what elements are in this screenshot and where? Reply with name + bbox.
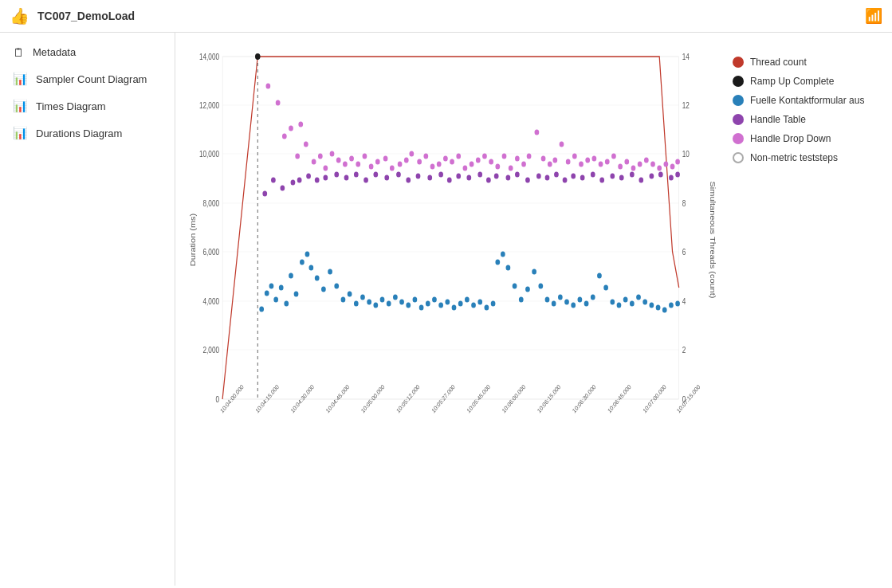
svg-point-164 <box>334 284 339 289</box>
svg-point-73 <box>470 162 474 167</box>
svg-text:10: 10 <box>682 150 690 159</box>
svg-point-65 <box>417 159 422 165</box>
svg-point-165 <box>341 297 346 303</box>
svg-point-50 <box>318 154 323 159</box>
chart-icon: 📶 <box>865 7 882 25</box>
app-title: TC007_DemoLoad <box>37 10 865 22</box>
svg-point-49 <box>312 159 316 165</box>
main-content: Duration (ms) Simultaneous Threads (coun… <box>175 33 892 586</box>
svg-text:2,000: 2,000 <box>203 346 219 355</box>
svg-point-168 <box>360 295 365 300</box>
svg-point-215 <box>662 308 667 313</box>
svg-point-156 <box>289 273 293 279</box>
svg-point-105 <box>675 159 680 165</box>
svg-point-179 <box>432 297 437 303</box>
svg-point-75 <box>482 154 487 159</box>
svg-point-108 <box>280 186 285 191</box>
sidebar-item-sampler-count[interactable]: 📊 Sampler Count Diagram <box>0 65 175 92</box>
svg-text:14: 14 <box>682 53 690 61</box>
svg-text:Simultaneous Threads (count): Simultaneous Threads (count) <box>709 182 717 299</box>
sidebar-item-durations[interactable]: 📊 Durations Diagram <box>0 120 175 147</box>
sidebar-item-times[interactable]: 📊 Times Diagram <box>0 92 175 120</box>
legend-item-non-metric: Non-metric teststeps <box>733 152 884 163</box>
svg-point-118 <box>373 172 378 178</box>
svg-point-86 <box>552 158 557 163</box>
svg-point-48 <box>304 142 308 147</box>
svg-point-113 <box>323 175 328 181</box>
svg-point-129 <box>486 178 491 183</box>
svg-point-119 <box>384 175 389 181</box>
svg-point-135 <box>545 175 550 181</box>
svg-point-85 <box>548 162 552 167</box>
svg-point-200 <box>564 300 569 305</box>
legend-label-fuelle: Fuelle Kontaktformular aus <box>750 95 864 106</box>
svg-point-194 <box>525 287 530 292</box>
chart-container: Duration (ms) Simultaneous Threads (coun… <box>183 41 892 578</box>
svg-text:6: 6 <box>682 248 686 257</box>
svg-point-157 <box>294 292 299 297</box>
svg-point-145 <box>639 178 643 183</box>
svg-point-88 <box>566 159 571 165</box>
legend-dot-non-metric <box>733 152 744 163</box>
svg-point-102 <box>657 166 662 171</box>
legend-item-handle-table: Handle Table <box>733 114 884 125</box>
svg-point-134 <box>536 174 541 179</box>
svg-point-58 <box>369 164 374 170</box>
durations-icon: 📊 <box>13 126 28 140</box>
svg-point-203 <box>584 301 589 307</box>
svg-point-98 <box>631 166 636 171</box>
svg-point-82 <box>527 154 532 159</box>
legend-dot-handle-table <box>733 114 744 125</box>
svg-point-74 <box>476 158 481 163</box>
svg-point-169 <box>367 300 371 305</box>
svg-point-167 <box>354 301 359 307</box>
svg-point-72 <box>463 166 468 171</box>
svg-point-152 <box>269 284 274 289</box>
main-layout: 🗒 Metadata 📊 Sampler Count Diagram 📊 Tim… <box>0 33 892 586</box>
svg-point-192 <box>513 284 517 289</box>
svg-point-130 <box>494 174 499 179</box>
svg-text:10,000: 10,000 <box>199 150 219 159</box>
svg-point-144 <box>630 172 635 178</box>
times-icon: 📊 <box>13 99 28 113</box>
svg-point-208 <box>617 303 622 308</box>
svg-point-181 <box>445 300 450 305</box>
svg-point-171 <box>380 297 385 303</box>
svg-point-207 <box>610 300 615 305</box>
legend-item-thread-count: Thread count <box>733 57 884 68</box>
sidebar-item-metadata[interactable]: 🗒 Metadata <box>0 39 175 65</box>
svg-text:Duration (ms): Duration (ms) <box>189 214 197 267</box>
svg-point-93 <box>599 162 603 167</box>
svg-point-159 <box>305 252 310 257</box>
svg-point-146 <box>650 174 654 179</box>
svg-text:2: 2 <box>682 346 686 355</box>
svg-point-184 <box>465 297 470 303</box>
svg-point-186 <box>477 300 482 305</box>
svg-point-128 <box>477 172 482 178</box>
svg-point-70 <box>450 159 454 165</box>
svg-point-196 <box>538 284 543 289</box>
svg-text:10:07:15.000: 10:07:15.000 <box>675 383 701 415</box>
duration-chart: Duration (ms) Simultaneous Threads (coun… <box>183 41 725 439</box>
svg-point-110 <box>297 178 302 183</box>
svg-point-95 <box>611 154 616 159</box>
metadata-icon: 🗒 <box>13 45 25 59</box>
svg-point-42 <box>265 84 270 89</box>
svg-point-161 <box>315 276 320 281</box>
legend-label-handle-table: Handle Table <box>750 114 806 125</box>
svg-point-103 <box>664 162 669 167</box>
legend-dot-fuelle <box>733 95 744 106</box>
svg-point-149 <box>675 172 680 178</box>
svg-point-67 <box>430 164 435 170</box>
svg-point-150 <box>259 307 264 312</box>
svg-point-172 <box>387 301 391 307</box>
svg-point-59 <box>375 159 380 165</box>
sidebar-label-durations: Durations Diagram <box>36 127 122 139</box>
svg-point-158 <box>300 260 305 265</box>
svg-point-114 <box>334 172 339 178</box>
svg-point-147 <box>658 172 663 178</box>
svg-point-56 <box>356 162 360 167</box>
svg-point-214 <box>656 305 661 311</box>
svg-point-199 <box>558 295 563 300</box>
svg-point-43 <box>276 100 281 106</box>
